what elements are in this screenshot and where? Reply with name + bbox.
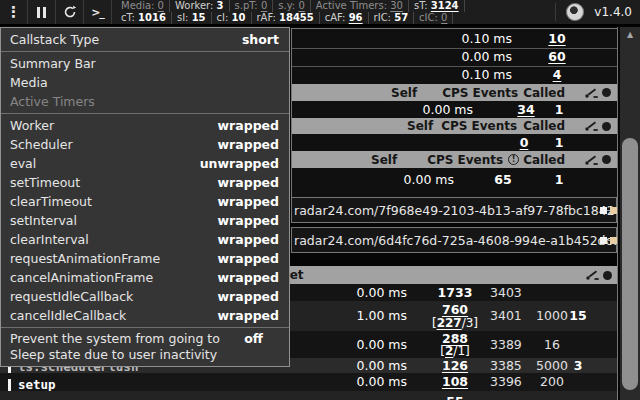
breakpoint-square-icon[interactable] [600, 207, 607, 214]
menu-item-callstack-type[interactable]: Callstack Typeshort [1, 30, 289, 49]
called-count-link[interactable]: 4 [532, 66, 582, 84]
stat-worker[interactable]: Worker: 3 [170, 0, 230, 12]
stat-sy[interactable]: s.y: 0 [273, 0, 311, 12]
record-dot-icon [603, 271, 612, 280]
called-count-link[interactable]: 10 [532, 29, 582, 48]
self-time-value: 0.00 ms [392, 48, 512, 66]
scrollbar[interactable]: ▲ [620, 27, 640, 400]
timer-row-setup[interactable]: setup 0.00 ms 108 3396 200 [0, 373, 617, 391]
stat-ric[interactable]: rIC: 57 [369, 12, 415, 24]
table-row[interactable]: 0.00 ms 65 1 [292, 168, 617, 192]
called-count: 1 [539, 134, 579, 151]
column-headers[interactable]: Self CPS Events ! Called [292, 151, 617, 168]
breakpoint-square-icon[interactable] [600, 237, 607, 244]
table-row[interactable]: 0.10 ms 10 [292, 29, 617, 49]
refresh-icon [63, 5, 77, 19]
self-time-value: 0.00 ms [291, 331, 407, 358]
menu-item-clearinterval[interactable]: clearIntervalwrapped [1, 230, 289, 249]
menu-item-media[interactable]: Media [1, 73, 289, 92]
self-time-value: 0.00 ms [291, 284, 407, 301]
table-row[interactable]: 0.00 ms 60 [292, 48, 617, 67]
delay-value: 200 [521, 373, 583, 391]
record-dot-icon [602, 88, 611, 97]
self-time-value: 1.00 ms [291, 301, 407, 331]
self-time-value: 0.00 ms [291, 373, 407, 391]
stat-spt[interactable]: s.pT: 0 [230, 0, 274, 12]
frame-url-row[interactable]: radar24.com/6d4fc76d-725a-4608-994e-a1b4… [291, 227, 617, 253]
menu-item-scheduler[interactable]: Schedulerwrapped [1, 135, 289, 154]
frame-url[interactable]: radar24.com/7f968e49-2103-4b13-af97-78fb… [292, 203, 616, 218]
menu-item-settimeout[interactable]: setTimeoutwrapped [1, 173, 289, 192]
menu-separator [1, 113, 289, 114]
header-self: Self [391, 86, 417, 100]
overflow-menu-button[interactable]: ⋮ [0, 0, 28, 24]
self-time-value: 0.00 ms [291, 358, 407, 373]
header-cps-events: CPS Events [441, 119, 517, 133]
menu-item-requestanimationframe[interactable]: requestAnimationFramewrapped [1, 249, 289, 268]
stats-row-1: Media: 0 Worker: 3 s.pT: 0 s.y: 0 Active… [116, 0, 465, 12]
header-self: Self [407, 119, 433, 133]
refresh-button[interactable] [56, 0, 84, 24]
stat-st[interactable]: sT: 3124 [409, 0, 465, 12]
warning-icon: ! [508, 154, 519, 165]
self-time-value: 0.00 ms [332, 168, 454, 192]
scroll-up-button[interactable]: ▲ [620, 27, 640, 42]
stat-ct[interactable]: cT: 1016 [116, 12, 172, 24]
menu-separator [1, 327, 289, 328]
stat-active-timers[interactable]: Active Timers: 30 [311, 0, 409, 12]
table-row[interactable]: 0 1 [292, 134, 617, 151]
called-count-link[interactable]: 126 [407, 358, 503, 373]
menu-item-cancelidlecallback[interactable]: cancelIdleCallbackwrapped [1, 306, 289, 325]
called-count[interactable]: 760 [227/3] [407, 301, 503, 329]
handler-id: 3403 [490, 284, 550, 301]
column-headers[interactable]: Self CPS Events Called [292, 118, 617, 134]
activity-chart-icon [585, 121, 598, 131]
stat-cic[interactable]: cIC: 0 [414, 12, 453, 24]
called-count: 1 [539, 168, 579, 192]
menu-item-requestidlecallback[interactable]: requestIdleCallbackwrapped [1, 287, 289, 306]
menu-item-setinterval[interactable]: setIntervalwrapped [1, 211, 289, 230]
stat-media[interactable]: Media: 0 [116, 0, 170, 12]
header-cps-events: CPS Events [427, 153, 503, 167]
menu-item-cleartimeout[interactable]: clearTimeoutwrapped [1, 192, 289, 211]
menu-item-worker[interactable]: Workerwrapped [1, 116, 289, 135]
pause-button[interactable] [28, 0, 56, 24]
toolbar-right: v1.4.0 [555, 0, 640, 24]
menu-item-prevent-sleep[interactable]: Prevent the system from going to Sleep s… [1, 330, 289, 364]
scroll-thumb[interactable] [622, 138, 638, 390]
header-self: Self [371, 153, 397, 167]
called-count[interactable]: 288 [2/1] [407, 331, 503, 357]
stat-ci[interactable]: cI: 10 [212, 12, 252, 24]
called-count-link[interactable]: 108 [407, 373, 503, 391]
app-window: ⋮ >_ Media: 0 Worker: 3 s.pT: 0 s.y: 0 A… [0, 0, 640, 400]
marker-square-icon[interactable] [610, 207, 617, 214]
menu-item-eval[interactable]: evalunwrapped [1, 154, 289, 173]
stat-si[interactable]: sI: 15 [172, 12, 212, 24]
row-marker-bar [8, 379, 11, 391]
column-headers[interactable]: Self CPS Events Called [292, 84, 617, 101]
frame-url[interactable]: radar24.com/6d4fc76d-725a-4608-994e-a1b4… [292, 233, 616, 248]
marker-square-icon[interactable] [610, 237, 617, 244]
called-count-link[interactable]: 60 [532, 48, 582, 66]
menu-item-summary-bar[interactable]: Summary Bar [1, 54, 289, 73]
table-row[interactable]: 0.00 ms 34 1 [292, 101, 617, 118]
terminal-icon: >_ [91, 6, 104, 19]
terminal-button[interactable]: >_ [84, 0, 112, 24]
stat-caf[interactable]: cAF: 96 [320, 12, 369, 24]
header-cps-events: CPS Events [442, 86, 518, 100]
activity-chart-icon [585, 155, 598, 165]
record-dot-icon [602, 122, 611, 131]
frame-url-row[interactable]: radar24.com/7f968e49-2103-4b13-af97-78fb… [291, 197, 617, 223]
record-dot-icon [602, 155, 611, 164]
stat-raf[interactable]: rAF: 18455 [252, 12, 320, 24]
pause-icon [37, 7, 46, 18]
cps-events-count: 65 [473, 168, 533, 192]
callstack-panel: 0.10 ms 10 0.00 ms 60 0.10 ms 4 Self CPS… [291, 28, 618, 199]
spinner-icon[interactable] [566, 3, 584, 21]
timer-row[interactable]: 55 [0, 391, 617, 400]
table-row[interactable]: 0.10 ms 4 [292, 66, 617, 84]
called-count-link[interactable]: 55 [407, 391, 503, 400]
menu-item-cancelanimationframe[interactable]: cancelAnimationFramewrapped [1, 268, 289, 287]
header-called: Called [523, 153, 565, 167]
header-called: Called [523, 86, 565, 100]
